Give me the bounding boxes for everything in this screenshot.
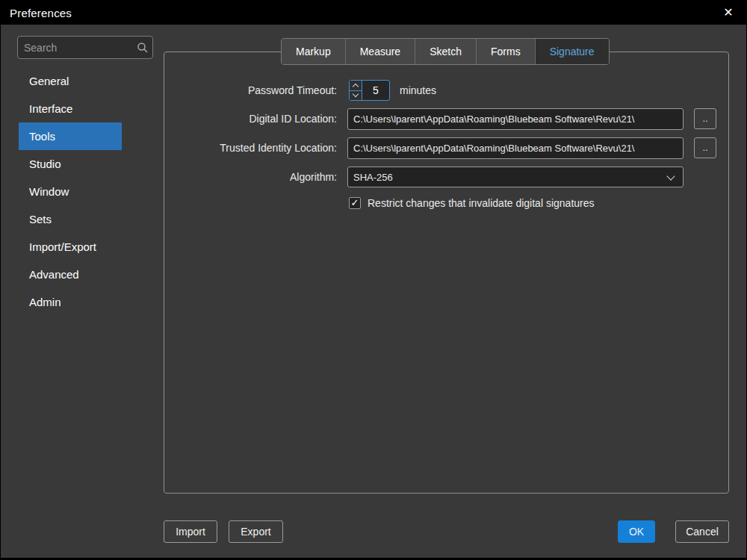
digital-id-browse-button[interactable]: .. [694,108,716,129]
search-box [17,36,153,59]
password-timeout-value[interactable]: 5 [362,81,389,100]
sidebar: General Interface Tools Studio Window Se… [19,67,153,316]
tools-tabs: Markup Measure Sketch Forms Signature [281,38,610,65]
dialog-title: Preferences [10,7,72,19]
tab-measure[interactable]: Measure [346,39,415,64]
preferences-dialog: Preferences ✕ General Interface Tools St… [0,0,747,560]
search-icon [133,37,152,58]
search-input[interactable] [18,42,133,54]
password-timeout-label: Password Timeout: [173,80,337,102]
restrict-changes-checkbox[interactable]: ✓ [349,197,361,209]
sidebar-item-sets[interactable]: Sets [19,205,122,233]
export-button[interactable]: Export [229,520,283,543]
sidebar-item-studio[interactable]: Studio [19,150,122,178]
tab-markup[interactable]: Markup [282,39,346,64]
tab-signature[interactable]: Signature [536,39,609,64]
algorithm-dropdown[interactable]: SHA-256 [347,167,684,187]
algorithm-selected-value: SHA-256 [348,172,668,183]
tab-sketch[interactable]: Sketch [415,39,477,64]
spin-up-button[interactable] [350,81,362,91]
spin-down-button[interactable] [350,91,362,101]
password-timeout-spinner: 5 [349,80,390,101]
dropdown-chevron-icon [666,172,675,180]
trusted-identity-input[interactable] [347,137,684,159]
sidebar-item-admin[interactable]: Admin [19,288,122,316]
algorithm-label: Algorithm: [173,167,337,188]
sidebar-item-advanced[interactable]: Advanced [19,261,122,288]
tab-forms[interactable]: Forms [477,39,536,64]
digital-id-label: Digital ID Location: [173,108,337,130]
trusted-identity-browse-button[interactable]: .. [694,137,716,158]
restrict-changes-label: Restrict changes that invalidate digital… [368,197,595,209]
sidebar-item-import-export[interactable]: Import/Export [19,233,122,261]
ok-button[interactable]: OK [618,520,655,543]
trusted-identity-label: Trusted Identity Location: [173,137,337,159]
restrict-changes-row[interactable]: ✓ Restrict changes that invalidate digit… [349,197,595,209]
chevron-down-icon [353,91,359,97]
titlebar: Preferences ✕ [1,1,746,25]
close-icon[interactable]: ✕ [719,4,737,21]
spinner-buttons [350,81,362,100]
sidebar-item-window[interactable]: Window [19,178,122,205]
minutes-label: minutes [400,80,436,101]
digital-id-input[interactable] [347,108,684,130]
sidebar-item-interface[interactable]: Interface [19,95,122,122]
import-button[interactable]: Import [164,520,217,543]
chevron-up-icon [353,84,359,90]
sidebar-item-tools[interactable]: Tools [19,122,122,150]
cancel-button[interactable]: Cancel [675,520,729,543]
sidebar-item-general[interactable]: General [19,67,122,95]
